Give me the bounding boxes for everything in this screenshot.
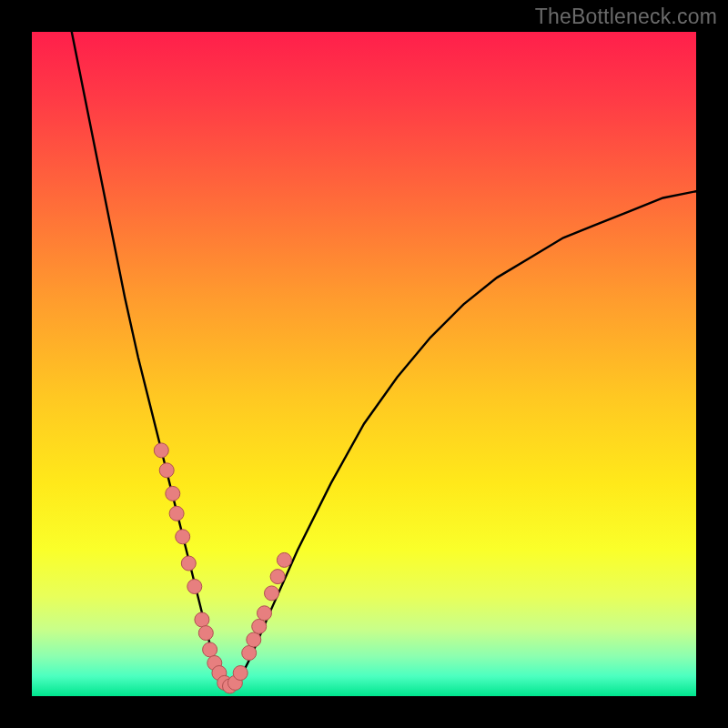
marker-point — [233, 666, 248, 681]
marker-point — [176, 530, 190, 544]
marker-point — [277, 552, 291, 567]
marker-point — [242, 646, 257, 661]
bottleneck-curve — [72, 32, 696, 690]
plot-area — [32, 32, 696, 696]
chart-svg — [32, 32, 696, 696]
highlight-markers — [154, 443, 291, 693]
marker-point — [265, 586, 279, 601]
marker-point — [252, 619, 267, 633]
marker-point — [181, 556, 196, 571]
marker-point — [166, 486, 180, 500]
chart-frame: TheBottleneck.com — [0, 0, 728, 728]
watermark-text: TheBottleneck.com — [535, 5, 717, 29]
marker-point — [258, 606, 272, 621]
marker-point — [247, 632, 261, 647]
marker-point — [198, 626, 213, 641]
marker-point — [270, 570, 285, 584]
marker-point — [187, 580, 202, 594]
marker-point — [159, 463, 174, 478]
marker-point — [154, 443, 168, 458]
marker-point — [195, 612, 209, 627]
marker-point — [169, 506, 184, 521]
marker-point — [203, 642, 217, 657]
